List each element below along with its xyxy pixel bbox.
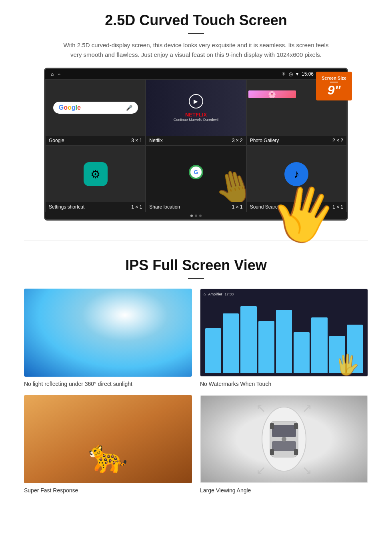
feature-grid: No light reflecting under 360° direct su… [24,289,368,494]
eq-hand-icon: 🖐 [335,353,360,376]
sound-label-row: Sound Search 1 × 1 [247,202,346,212]
gallery-size: 2 × 2 [332,138,343,143]
google-label: Google [49,138,64,143]
feature-sunlight-image [24,289,192,377]
svg-point-11 [282,437,286,442]
status-left: ⌂ ⌁ [51,71,60,77]
netflix-app-cell[interactable]: ▶ NETFLIX Continue Marvel's Daredevil Ne… [146,79,246,146]
netflix-subtitle: Continue Marvel's Daredevil [174,118,218,122]
car-visual: ↖ ↗ ↙ ↘ [200,395,368,483]
home-icon: ⌂ [51,71,54,77]
angle-arrow-tr: ↗ [302,401,312,415]
car-top-wrapper: ↖ ↗ ↙ ↘ [260,405,308,473]
settings-app-cell[interactable]: ⚙ Settings shortcut 1 × 1 [45,146,146,212]
status-time: 15:06 [302,71,314,77]
gallery-thumb-1: 🌸 [248,90,296,98]
eq-bar-6 [294,332,310,373]
pagination-dots [45,212,347,219]
svg-rect-10 [294,449,298,455]
location-icon: ◎ [289,71,293,77]
eq-amplifier-label: Amplifier [208,292,222,296]
svg-rect-8 [294,423,298,429]
gallery-label-row: Photo Gallery 2 × 2 [247,136,346,145]
settings-label: Settings shortcut [49,204,84,210]
sound-size: 1 × 1 [332,204,343,210]
cheetah-silhouette: 🐆 [88,438,128,475]
sound-search-app-cell[interactable]: ♪ Sound Search 1 × 1 [246,146,347,212]
feature-equalizer-label: No Watermarks When Touch [200,381,368,387]
device-screen: ⌂ ⌁ ✳ ◎ ▾ 15:06 ⊡ ♪ ⊠ ▭ [44,68,348,221]
eq-bar-3 [240,306,256,373]
eq-bar-2 [223,313,239,373]
google-label-row: Google 3 × 1 [46,136,145,145]
netflix-label: Netflix [149,138,162,143]
wifi-icon: ▾ [296,71,298,77]
status-bar: ⌂ ⌁ ✳ ◎ ▾ 15:06 ⊡ ♪ ⊠ ▭ [45,69,347,79]
share-label: Share location [149,204,180,210]
cheetah-visual: 🐆 [24,395,192,483]
feature-car-label: Large Viewing Angle [200,487,368,494]
angle-arrow-br: ↘ [302,463,312,477]
svg-rect-5 [272,425,296,437]
google-cell-inner: Google 🎤 [46,80,145,136]
section-ips-fullscreen: IPS Full Screen View No light reflecting… [0,253,392,506]
device-mockup: Screen Size 9" ⌂ ⌁ ✳ ◎ ▾ 15:06 ⊡ ♪ ⊠ [44,68,348,221]
settings-cell-inner: ⚙ [46,146,145,202]
feature-equalizer: ⌂ Amplifier 17:33 [200,289,368,387]
settings-icon: ⚙ [84,162,108,186]
dot-3 [199,215,202,217]
section-divider [24,241,368,241]
settings-label-row: Settings shortcut 1 × 1 [46,202,145,212]
share-size: 1 × 1 [232,204,243,210]
eq-time: 17:33 [224,292,234,296]
badge-underline [330,82,338,82]
eq-bar-1 [205,328,221,373]
share-cell-inner: G 🤚 [146,146,246,202]
netflix-play-button[interactable]: ▶ [189,94,203,108]
netflix-logo: NETFLIX [185,112,207,118]
feature-cheetah-image: 🐆 [24,395,192,483]
svg-rect-6 [272,441,296,451]
bluetooth-icon: ✳ [282,71,286,77]
feature-cheetah-label: Super Fast Response [24,487,192,494]
dot-2 [195,215,197,217]
sound-label: Sound Search [250,204,280,210]
hand-pointing-overlay: 🤚 [210,164,246,202]
share-location-app-cell[interactable]: G 🤚 Share location 1 × 1 [146,146,246,212]
svg-text:G: G [194,169,198,175]
google-mic-icon: 🎤 [126,105,132,111]
section1-description: With 2.5D curved-display screen, this de… [60,40,332,60]
eq-bar-4 [258,321,274,373]
settings-size: 1 × 1 [131,204,142,210]
feature-sunlight-label: No light reflecting under 360° direct su… [24,381,192,387]
share-label-row: Share location 1 × 1 [146,202,246,212]
eq-bar-7 [311,317,327,373]
netflix-content: ▶ NETFLIX Continue Marvel's Daredevil [174,94,218,122]
title-underline [188,33,204,34]
gallery-label: Photo Gallery [250,138,279,143]
car-top-view-svg [260,405,308,473]
google-app-cell[interactable]: Google 🎤 Google 3 × 1 [45,79,146,146]
screen-size-badge: Screen Size 9" [316,72,352,100]
netflix-size: 3 × 2 [232,138,243,143]
app-grid-row2: ⚙ Settings shortcut 1 × 1 G [45,146,347,212]
section1-title: 2.5D Curved Touch Screen [24,12,368,29]
google-logo: Google [59,104,81,111]
sound-cell-inner: ♪ [247,146,346,202]
google-search-bar[interactable]: Google 🎤 [53,102,138,114]
maps-icon: G [186,163,206,185]
svg-rect-7 [270,423,274,429]
feature-car-image: ↖ ↗ ↙ ↘ [200,395,368,483]
google-size: 3 × 1 [131,138,142,143]
eq-header: ⌂ Amplifier 17:33 [204,292,364,296]
svg-rect-9 [270,449,274,455]
feature-sunlight: No light reflecting under 360° direct su… [24,289,192,387]
usb-icon: ⌁ [58,71,60,77]
badge-title: Screen Size [322,76,346,80]
feature-equalizer-image: ⌂ Amplifier 17:33 [200,289,368,377]
sound-search-icon: ♪ [284,162,308,186]
netflix-label-row: Netflix 3 × 2 [146,136,246,145]
section2-underline [188,278,204,279]
eq-home-icon: ⌂ [204,292,206,296]
equalizer-visual: ⌂ Amplifier 17:33 [200,289,368,376]
